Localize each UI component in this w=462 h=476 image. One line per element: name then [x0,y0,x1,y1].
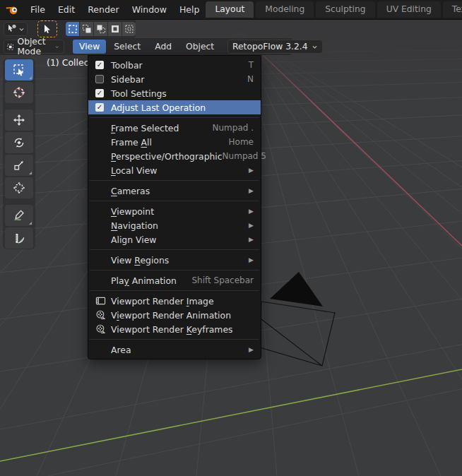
menu-item-frame-all[interactable]: Frame AllHome [88,135,261,149]
menu-item-toolbar[interactable]: ✓ToolbarT [88,58,261,72]
select-mode-invert-icon [110,24,120,34]
menu-item-label: Viewpoint [111,206,154,217]
menu-item-play-animation[interactable]: Play AnimationShift Spacebar [88,273,261,287]
workspace-tabs: LayoutModelingSculptingUV EditingTexture… [206,1,462,18]
move-icon [13,114,25,126]
submenu-arrow-icon: ▶ [249,256,254,263]
menu-item-lead: ✓ [95,89,111,97]
toolbar-left [3,59,35,249]
tool-select-box-button[interactable] [5,59,33,81]
menu-item-label: Adjust Last Operation [111,102,206,113]
active-tool-dropdown[interactable] [4,22,28,36]
submenu-arrow-icon: ▶ [249,208,254,215]
select-mode-subtract-icon [96,24,106,34]
select-mode-set-icon [68,24,78,34]
select-mode-invert-button[interactable] [108,22,122,36]
menu-item-lead [95,310,111,320]
select-mode-set-button[interactable] [66,22,79,36]
tool-annotate-button[interactable] [5,205,33,226]
menu-separator [88,267,261,273]
menu-item-label: Toolbar [111,60,143,71]
menu-item-perspective-orthographic[interactable]: Perspective/OrthographicNumpad 5 [88,149,261,163]
menu-item-viewport-render-animation[interactable]: Viewport Render Animation [88,308,261,322]
retopoflow-dropdown[interactable]: RetopoFlow 3.2.4 [227,40,323,54]
tab-layout[interactable]: Layout [206,1,254,18]
menu-item-viewport-render-keyframes[interactable]: Viewport Render Keyframes [88,322,261,336]
tool-cursor-3d-button[interactable] [5,82,33,103]
menu-item-local-view[interactable]: Local View▶ [88,163,261,177]
menu-item-viewpoint[interactable]: Viewpoint▶ [88,204,261,218]
menu-separator [88,114,261,121]
menubar-item-help[interactable]: Help [173,1,206,18]
menu-item-lead: ✓ [95,61,111,69]
submenu-arrow-icon: ▶ [249,167,254,174]
blender-logo-icon [6,4,18,16]
tool-rotate-button[interactable] [5,132,33,153]
tool-measure-button[interactable] [5,227,33,249]
menu-item-area[interactable]: Area▶ [88,343,261,357]
active-tool-button[interactable] [37,20,57,37]
blender-window: User Persp (1) Collec FileEditRenderWind… [0,0,462,476]
menu-item-align-view[interactable]: Align View▶ [88,232,261,246]
menu-item-label: Sidebar [111,74,144,85]
rotate-icon [13,136,25,149]
menu-item-label: Frame All [111,137,152,148]
tab-modeling[interactable]: Modeling [256,1,314,18]
menu-item-label: Viewport Render Animation [111,310,231,321]
viewport-menu-view[interactable]: View [73,40,106,54]
select-mode-extend-icon [82,24,92,34]
tool-transform-button[interactable] [5,177,33,198]
menu-item-label: Area [111,345,131,355]
viewport-menu-object[interactable]: Object [179,40,220,54]
menu-separator [88,198,261,204]
menubar-item-window[interactable]: Window [126,1,173,18]
measure-icon [13,232,25,244]
menu-item-viewport-render-image[interactable]: Viewport Render Image [88,294,261,308]
menu-item-frame-selected[interactable]: Frame SelectedNumpad . [88,121,261,135]
menubar-item-edit[interactable]: Edit [52,1,81,18]
cursor-arrow-icon [42,24,52,34]
tool-scale-button[interactable] [5,155,33,176]
menu-item-label: Play Animation [111,275,177,286]
tool-move-button[interactable] [5,109,33,131]
tab-texture-paint[interactable]: Texture Paint [443,1,462,18]
menu-item-view-regions[interactable]: View Regions▶ [88,253,261,267]
menu-item-tool-settings[interactable]: ✓Tool Settings [88,86,261,100]
select-mode-intersect-button[interactable] [122,22,136,36]
submenu-arrow-icon: ▶ [249,346,254,353]
viewport-header: Object Mode ViewSelectAddObject RetopoFl… [0,38,292,55]
tab-uv-editing[interactable]: UV Editing [377,1,441,18]
menu-item-label: Local View [111,165,157,176]
viewport-menus: ViewSelectAddObject [73,40,220,54]
checkbox-checked-icon: ✓ [95,89,104,97]
viewport-menu-add[interactable]: Add [148,40,178,54]
menu-item-shortcut: N [247,74,254,84]
menu-item-lead: ✓ [95,103,111,112]
menu-item-label: Frame Selected [111,123,179,133]
menu-item-label: Navigation [111,220,158,231]
select-mode-extend-button[interactable] [80,22,93,36]
menu-item-label: Cameras [111,186,150,196]
menu-item-adjust-last-operation[interactable]: ✓Adjust Last Operation [88,100,261,114]
chevron-down-icon [312,44,318,50]
mode-selector-label: Object Mode [17,37,52,56]
select-mode-subtract-button[interactable] [94,22,107,36]
menubar-item-render[interactable]: Render [81,1,126,18]
y-axis-line [0,369,462,461]
menu-item-lead [95,75,111,83]
menu-item-navigation[interactable]: Navigation▶ [88,218,261,232]
menu-separator [88,246,261,253]
select-mode-intersect-icon [124,24,134,34]
viewport-menu-select[interactable]: Select [107,40,147,54]
checkbox-checked-icon: ✓ [95,61,104,69]
menu-item-label: Perspective/Orthographic [111,151,223,162]
menubar-item-file[interactable]: File [24,1,52,18]
menu-item-sidebar[interactable]: SidebarN [88,72,261,86]
camera-object[interactable] [260,272,335,366]
mode-selector-dropdown[interactable]: Object Mode [4,40,64,54]
menu-item-cameras[interactable]: Cameras▶ [88,184,261,198]
tab-sculpting[interactable]: Sculpting [316,1,374,18]
menu-item-label: Viewport Render Image [111,296,214,307]
checkbox-checked-icon: ✓ [95,103,104,112]
submenu-arrow-icon: ▶ [249,236,254,243]
